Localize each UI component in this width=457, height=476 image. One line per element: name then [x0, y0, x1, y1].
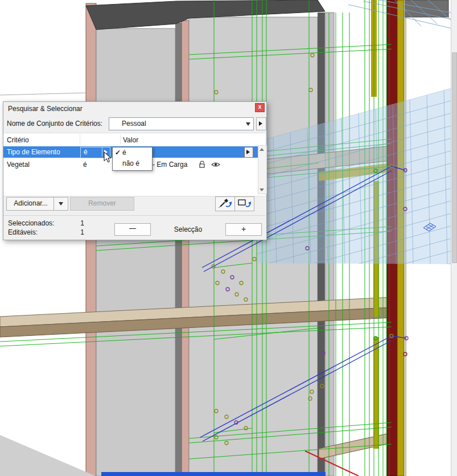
scroll-down-button[interactable] [258, 186, 265, 194]
apply-to-marquee-button[interactable] [234, 196, 254, 211]
scroll-up-button[interactable] [258, 146, 265, 153]
criteria-set-combobox[interactable]: Pessoal [109, 117, 254, 130]
selection-label: Selecção [153, 225, 224, 233]
check-icon: ✓ [115, 147, 121, 158]
deselect-button[interactable]: — [114, 223, 151, 236]
chevron-right-icon [259, 121, 262, 126]
eyedropper-icon [216, 203, 234, 211]
layer-lock-icon [197, 161, 207, 170]
editable-count-label: Editáveis: [8, 228, 38, 236]
column-divider [120, 134, 121, 145]
operator-menu: ✓ é não é [112, 147, 153, 171]
column-header-criterion: Critério [7, 136, 29, 144]
operator-menu-item[interactable]: ✓ é [113, 147, 152, 158]
app-vscrollbar[interactable] [451, 0, 457, 476]
layer-visibility-icon [211, 161, 220, 170]
chevron-down-icon [59, 202, 63, 206]
remove-button[interactable]: Remover [70, 197, 134, 211]
chevron-right-icon [246, 150, 250, 154]
operator-menu-item[interactable]: não é [113, 158, 152, 169]
add-button-dropdown[interactable] [53, 197, 68, 211]
criteria-set-value: Pessoal [122, 120, 146, 128]
add-button[interactable]: Adicionar... [6, 197, 55, 211]
editable-count-value: 1 [60, 228, 84, 236]
operator-menu-item-label: é [122, 147, 126, 158]
app-window: Pesquisar & Seleccionar x Nome de Conjun… [0, 0, 457, 476]
chevron-down-icon [246, 122, 250, 126]
list-scrollbar[interactable] [258, 145, 267, 194]
pick-up-settings-button[interactable] [215, 196, 235, 211]
scroll-up-icon [260, 148, 264, 151]
separator [3, 215, 265, 216]
operator-value: é [84, 148, 88, 156]
column-header-value: Valor [123, 136, 138, 144]
criteria-set-flyout-button[interactable] [256, 117, 266, 130]
mouse-cursor [104, 151, 112, 163]
selected-count-value: 1 [60, 219, 84, 227]
criterion-value: - Em Carga [153, 161, 187, 169]
column-divider [80, 134, 80, 145]
bottom-blue-strip [101, 472, 326, 476]
operator-value: é [83, 161, 87, 169]
app-vscrollbar-thumb[interactable] [452, 52, 457, 263]
scroll-down-icon [260, 188, 264, 191]
marquee-icon [236, 203, 253, 211]
dialog-title: Pesquisar & Seleccionar [8, 105, 83, 113]
find-select-dialog: Pesquisar & Seleccionar x Nome de Conjun… [3, 101, 267, 240]
criterion-name: Tipo de Elemento [7, 148, 60, 156]
close-button[interactable]: x [255, 103, 265, 112]
selected-count-label: Seleccionados: [8, 219, 54, 227]
operator-menu-item-label: não é [122, 158, 139, 169]
select-button[interactable]: + [225, 223, 262, 236]
value-flyout-button[interactable] [244, 147, 253, 158]
criteria-set-label: Nome de Conjunto de Critérios: [7, 120, 102, 128]
criterion-name: Vegetal [7, 161, 30, 169]
